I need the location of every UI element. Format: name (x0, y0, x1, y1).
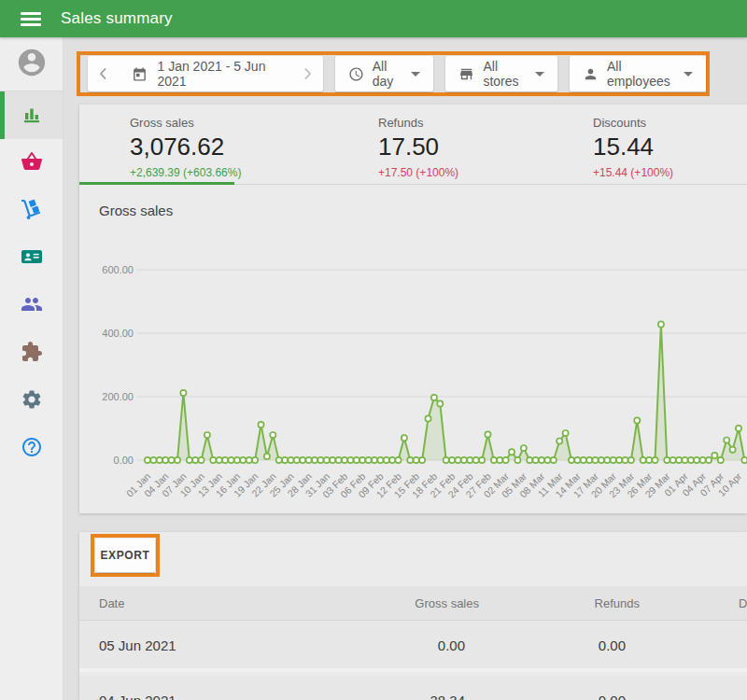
basket-icon (21, 150, 43, 176)
stat-delta: +17.50 (+100%) (378, 166, 458, 179)
annotation-box-filters: 1 Jan 2021 - 5 Jun 2021 All day All stor… (77, 51, 710, 96)
sidebar-item-inventory[interactable] (0, 187, 63, 234)
date-range-label: 1 Jan 2021 - 5 Jun 2021 (157, 59, 278, 89)
next-period-button[interactable] (291, 56, 322, 91)
people-icon (21, 293, 43, 319)
sidebar-item-apps[interactable] (0, 329, 63, 377)
cell-gross-sales: 0.00 (438, 637, 465, 652)
column-header-date: Date (99, 596, 124, 610)
hamburger-menu-icon[interactable] (21, 12, 41, 26)
store-icon (458, 66, 474, 82)
cell-refunds: 0.00 (599, 637, 626, 652)
svg-text:600.00: 600.00 (102, 264, 134, 275)
chart-title: Gross sales (99, 203, 173, 218)
employees-filter-dropdown[interactable]: All employees (570, 56, 706, 91)
employees-filter-label: All employees (607, 59, 675, 89)
svg-text:200.00: 200.00 (102, 391, 134, 402)
column-header-refunds: Refunds (595, 596, 640, 610)
cell-gross-sales: 38.34 (430, 692, 465, 700)
stat-value: 17.50 (378, 133, 458, 161)
active-tab-indicator (79, 182, 234, 185)
date-range-picker: 1 Jan 2021 - 5 Jun 2021 (88, 56, 323, 91)
sidebar (0, 37, 63, 700)
sidebar-item-customers[interactable] (0, 234, 63, 282)
date-range-button[interactable]: 1 Jan 2021 - 5 Jun 2021 (119, 59, 291, 89)
svg-text:0.00: 0.00 (114, 455, 134, 466)
stores-filter-label: All stores (483, 59, 527, 89)
app-header: Sales summary (0, 0, 747, 37)
stats-tabs: Gross sales 3,076.62 +2,639.39 (+603.66%… (79, 105, 747, 185)
stat-value: 15.44 (593, 133, 673, 161)
gear-icon (21, 388, 43, 414)
table-header-row: Date Gross sales Refunds Discounts (79, 586, 747, 621)
chevron-down-icon (684, 72, 693, 77)
stat-delta: +15.44 (+100%) (593, 166, 673, 179)
chevron-down-icon (535, 72, 544, 77)
sidebar-item-reports[interactable] (0, 91, 63, 139)
sidebar-item-settings[interactable] (0, 377, 63, 425)
sidebar-item-items[interactable] (0, 139, 63, 187)
calendar-icon (132, 66, 148, 82)
account-icon (16, 47, 48, 82)
export-button[interactable]: EXPORT (95, 539, 155, 572)
svg-text:400.00: 400.00 (102, 328, 134, 339)
person-icon (583, 66, 599, 82)
stat-label: Gross sales (130, 116, 241, 130)
table-row[interactable]: 05 Jun 2021 0.00 0.00 (79, 621, 747, 672)
sales-summary-card: Gross sales 3,076.62 +2,639.39 (+603.66%… (79, 105, 747, 513)
stat-discounts[interactable]: Discounts 15.44 +15.44 (+100%) (593, 116, 673, 179)
column-header-discounts: Discounts (739, 596, 747, 610)
help-icon (21, 436, 43, 462)
previous-period-button[interactable] (88, 56, 119, 91)
stat-refunds[interactable]: Refunds 17.50 +17.50 (+100%) (378, 116, 458, 179)
stores-filter-dropdown[interactable]: All stores (445, 56, 557, 91)
hand-truck-icon (21, 198, 43, 224)
stat-label: Refunds (378, 116, 458, 130)
stat-delta: +2,639.39 (+603.66%) (130, 166, 241, 179)
stat-label: Discounts (593, 116, 673, 130)
sidebar-item-help[interactable] (0, 425, 63, 472)
column-header-gross-sales: Gross sales (415, 596, 479, 610)
daily-sales-table-card: EXPORT Date Gross sales Refunds Discount… (79, 532, 747, 700)
gross-sales-line-chart: 0.00200.00400.00600.0001 Jan04 Jan07 Jan… (79, 224, 747, 513)
stat-value: 3,076.62 (130, 133, 241, 161)
puzzle-icon (21, 341, 43, 367)
sidebar-item-employees[interactable] (0, 282, 63, 329)
time-filter-label: All day (373, 59, 403, 89)
cell-date: 04 Jun 2021 (99, 692, 176, 700)
sidebar-item-account[interactable] (0, 37, 63, 91)
cell-date: 05 Jun 2021 (99, 637, 176, 652)
time-filter-dropdown[interactable]: All day (335, 56, 434, 91)
table-row[interactable]: 04 Jun 2021 38.34 0.00 (79, 676, 747, 700)
clock-icon (348, 66, 364, 82)
chevron-down-icon (411, 72, 420, 77)
contact-card-icon (21, 245, 43, 272)
cell-refunds: 0.00 (599, 692, 626, 700)
stat-gross-sales[interactable]: Gross sales 3,076.62 +2,639.39 (+603.66%… (130, 116, 241, 179)
page-title: Sales summary (61, 9, 173, 28)
annotation-box-export: EXPORT (91, 534, 160, 577)
bar-chart-icon (21, 103, 43, 129)
